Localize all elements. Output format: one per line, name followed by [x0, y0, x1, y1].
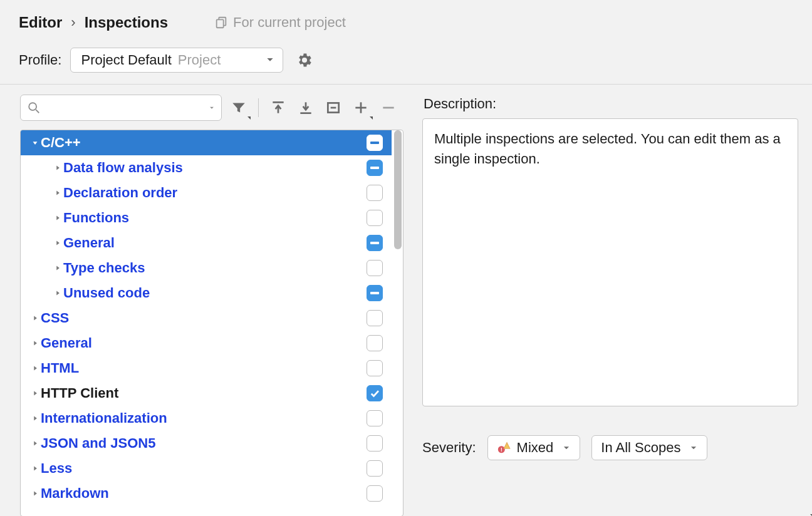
scrollbar[interactable]: [392, 130, 403, 516]
chevron-right-icon[interactable]: [52, 289, 63, 297]
tree-item-unused_code[interactable]: Unused code: [21, 281, 392, 306]
expand-all-button[interactable]: [268, 97, 289, 118]
chevron-right-icon[interactable]: [29, 489, 41, 498]
filter-button[interactable]: [228, 97, 249, 118]
breadcrumb: Editor › Inspections For current project: [0, 0, 812, 38]
toolbar-separator: [258, 98, 259, 117]
search-input-wrap[interactable]: [20, 95, 222, 121]
tree-item-intl[interactable]: Internationalization: [21, 406, 392, 431]
tree-item-label: General: [63, 235, 367, 251]
checkbox[interactable]: [367, 485, 383, 502]
breadcrumb-editor[interactable]: Editor: [19, 14, 62, 31]
breadcrumb-sep: ›: [71, 14, 75, 31]
tree-item-data_flow[interactable]: Data flow analysis: [21, 155, 392, 180]
checkbox[interactable]: [367, 410, 383, 426]
tree-item-markdown[interactable]: Markdown: [21, 481, 392, 506]
tree-item-http_client[interactable]: HTTP Client: [21, 381, 392, 406]
tree-item-label: Declaration order: [63, 185, 367, 201]
severity-label: Severity:: [422, 440, 476, 456]
chevron-right-icon[interactable]: [29, 314, 41, 322]
scope-select[interactable]: In All Scopes: [591, 435, 707, 460]
chevron-down-icon[interactable]: [29, 138, 41, 147]
checkbox[interactable]: [367, 260, 383, 276]
tree-item-type_checks[interactable]: Type checks: [21, 255, 392, 281]
profile-row: Profile: Project Default Project: [0, 38, 812, 85]
scope-tag: For current project: [214, 14, 346, 31]
tree-item-functions[interactable]: Functions: [21, 205, 392, 230]
profile-select[interactable]: Project Default Project: [70, 48, 283, 73]
chevron-right-icon[interactable]: [52, 214, 63, 222]
remove-button[interactable]: [378, 97, 399, 118]
breadcrumb-inspections[interactable]: Inspections: [85, 14, 168, 31]
chevron-right-icon[interactable]: [52, 163, 63, 172]
tree-item-label: HTML: [41, 360, 367, 376]
checkbox[interactable]: [367, 460, 383, 477]
settings-gear-button[interactable]: [292, 48, 317, 73]
collapse-all-button[interactable]: [295, 97, 316, 118]
checkbox[interactable]: [367, 335, 383, 351]
tree-item-label: Type checks: [63, 260, 367, 276]
tree-item-label: JSON and JSON5: [41, 435, 367, 452]
chevron-right-icon[interactable]: [52, 239, 63, 247]
checkbox[interactable]: [367, 360, 383, 376]
svg-text:!: !: [501, 447, 502, 453]
checkbox[interactable]: [367, 210, 383, 226]
severity-row: Severity: ! Mixed In All Scopes: [422, 435, 798, 460]
tree-item-label: Data flow analysis: [63, 160, 367, 176]
dropdown-marker-icon: [247, 116, 251, 120]
tree-item-label: Less: [41, 460, 367, 477]
chevron-right-icon[interactable]: [52, 188, 63, 197]
svg-line-3: [36, 110, 39, 113]
tree-item-label: HTTP Client: [41, 385, 367, 401]
checkbox[interactable]: [367, 135, 383, 151]
profile-label: Profile:: [19, 52, 61, 68]
svg-point-2: [29, 103, 36, 110]
toolbar: [20, 95, 403, 121]
tree-item-label: Functions: [63, 210, 367, 226]
tree-item-c_cpp[interactable]: C/C++: [21, 130, 392, 155]
chevron-right-icon[interactable]: [29, 464, 41, 473]
checkbox[interactable]: [367, 435, 383, 452]
tree-item-label: General: [41, 335, 367, 351]
reset-button[interactable]: [323, 97, 344, 118]
checkbox[interactable]: [367, 185, 383, 201]
tree-item-label: Internationalization: [41, 410, 367, 426]
search-dropdown-icon[interactable]: [209, 105, 215, 111]
severity-select[interactable]: ! Mixed: [487, 435, 581, 460]
checkbox[interactable]: [367, 310, 383, 326]
search-icon: [27, 101, 41, 115]
chevron-down-icon: [562, 440, 571, 456]
dropdown-marker-icon: [370, 116, 373, 120]
chevron-right-icon[interactable]: [29, 414, 41, 423]
tree-item-label: Markdown: [41, 485, 367, 502]
scope-value: In All Scopes: [601, 440, 680, 456]
tree-item-decl_order[interactable]: Declaration order: [21, 180, 392, 205]
chevron-right-icon[interactable]: [29, 364, 41, 373]
tree-item-less[interactable]: Less: [21, 456, 392, 481]
severity-value: Mixed: [517, 440, 554, 456]
checkbox[interactable]: [367, 385, 383, 401]
checkbox[interactable]: [367, 160, 383, 176]
tree-item-json[interactable]: JSON and JSON5: [21, 431, 392, 456]
chevron-down-icon: [689, 440, 698, 456]
tree-item-html[interactable]: HTML: [21, 356, 392, 381]
profile-hint: Project: [178, 52, 221, 68]
scrollbar-thumb[interactable]: [394, 130, 402, 249]
description-label: Description:: [424, 96, 798, 112]
search-input[interactable]: [44, 101, 220, 115]
mixed-severity-icon: !: [497, 441, 511, 455]
tree-item-general[interactable]: General: [21, 331, 392, 356]
profile-name: Project Default: [81, 52, 171, 68]
svg-rect-1: [217, 19, 224, 28]
tree-item-css[interactable]: CSS: [21, 306, 392, 331]
chevron-right-icon[interactable]: [29, 389, 41, 398]
checkbox[interactable]: [367, 285, 383, 301]
tree-item-general_sub[interactable]: General: [21, 230, 392, 255]
chevron-down-icon: [265, 52, 275, 68]
chevron-right-icon[interactable]: [29, 339, 41, 348]
add-button[interactable]: [350, 97, 372, 118]
checkbox[interactable]: [367, 235, 383, 251]
chevron-right-icon[interactable]: [29, 439, 41, 448]
chevron-right-icon[interactable]: [52, 264, 63, 272]
description-box: Multiple inspections are selected. You c…: [422, 118, 798, 406]
